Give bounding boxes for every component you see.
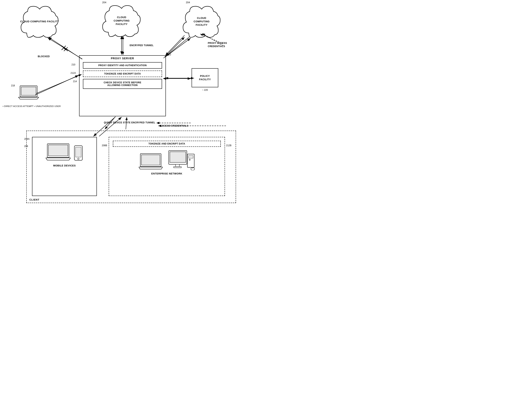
svg-line-14 <box>36 74 82 93</box>
cloud-3-label: CLOUDCOMPUTINGFACILITY <box>194 16 210 27</box>
svg-rect-17 <box>21 87 36 95</box>
proxy-access-creds-label: PROXY ACCESSCREDENTIALS <box>208 42 227 48</box>
svg-line-39 <box>62 46 66 50</box>
enterprise-network-box: TOKENIZE AND ENCRIPT DATA <box>109 137 225 196</box>
ref-214: 214 <box>73 80 77 83</box>
svg-rect-24 <box>142 155 160 165</box>
svg-rect-26 <box>170 152 186 162</box>
svg-line-48 <box>35 75 79 95</box>
ref-220: ~ 220 <box>202 89 208 91</box>
cloud2-ref: 204 <box>102 1 106 4</box>
client-label: CLIENT <box>29 198 39 201</box>
proxy-ref-202: 202 <box>167 53 171 56</box>
mobile-devices-box: MOBILE DEVICES <box>32 137 97 196</box>
cloud-3: CLOUDCOMPUTINGFACILITY <box>181 3 222 40</box>
query-device-label: QUERY DEVICE STATE ENCRYPED TUNNEL <box>104 121 155 124</box>
unauthorized-laptop <box>18 85 39 101</box>
ref-212a: 212A <box>71 72 76 74</box>
enterprise-network-label: ENTERPRISE NETWORK <box>109 172 225 176</box>
svg-line-5 <box>64 47 68 51</box>
proxy-server-title: PROXY SERVER <box>80 56 165 61</box>
cloud3-ref: 204 <box>186 1 190 4</box>
mobile-devices-label: MOBILE DEVICES <box>32 164 97 169</box>
svg-line-8 <box>164 37 185 58</box>
svg-line-38 <box>48 38 82 59</box>
svg-rect-28 <box>174 167 181 168</box>
mobile-phone-icon <box>74 145 83 161</box>
cloud-2-label: CLOUDCOMPUTINGFACILITY <box>114 16 130 26</box>
tokenize-box-b: TOKENIZE AND ENCRIPT DATA <box>113 141 221 147</box>
proxy-identity-box: PROXY IDENTITY AND AUTHENTICATION <box>83 62 162 69</box>
blocked-label: BLOCKED <box>38 55 50 58</box>
svg-rect-19 <box>48 145 68 156</box>
mobile-laptop-icon <box>46 143 71 161</box>
ref-208b: 208B <box>102 144 107 147</box>
svg-line-4 <box>49 37 82 59</box>
policy-facility-label: POLICY FACILITY <box>194 74 216 81</box>
policy-facility-box: POLICY FACILITY <box>192 68 218 87</box>
proxy-server-box: PROXY SERVER 210 PROXY IDENTITY AND AUTH… <box>79 55 166 116</box>
ref-208a: 208A <box>24 138 30 140</box>
encrypted-tunnel-label: ENCRYPED TUNNEL <box>130 44 154 47</box>
check-device-box: CHECK DEVICE STATE BEFOREALLOWING CONNEC… <box>83 79 162 89</box>
unauthorized-label: • DIRECT ACCESS ATTEMPT • UNAUTHORIZED U… <box>3 105 61 108</box>
diagram: CLOUD COMPUTING FACILITY CLOUDCOMPUTINGF… <box>0 0 254 210</box>
cloud-1: CLOUD COMPUTING FACILITY <box>19 3 60 40</box>
tokenize-box-a: TOKENIZE AND ENCRIPT DATA <box>83 71 162 77</box>
svg-rect-30 <box>188 156 193 158</box>
cloud-2: CLOUDCOMPUTINGFACILITY <box>101 3 142 39</box>
ref-208: 208 <box>24 145 28 148</box>
enterprise-desktop-icon <box>168 150 195 170</box>
ref-212b: 212B <box>226 144 232 147</box>
cloud-1-label: CLOUD COMPUTING FACILITY <box>20 20 59 23</box>
enterprise-laptop-icon <box>139 153 163 170</box>
svg-rect-21 <box>75 147 81 157</box>
ref-218: 218 <box>11 84 15 87</box>
access-creds-label: ACCESS CREDENTIALS <box>160 124 188 128</box>
svg-rect-27 <box>176 164 180 167</box>
ref-210: 210 <box>72 63 75 66</box>
svg-line-40 <box>62 46 66 50</box>
svg-line-6 <box>64 47 68 51</box>
